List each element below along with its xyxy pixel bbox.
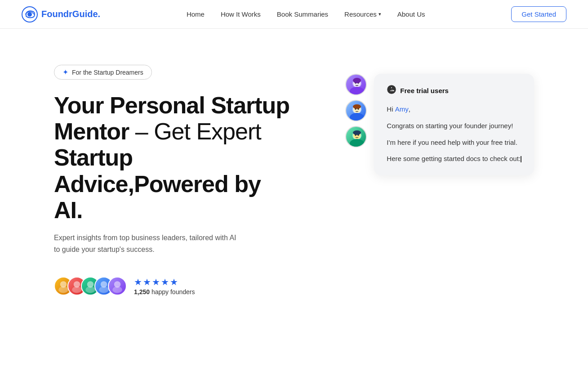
title-line1: Your Personal Startup [54,92,290,118]
chat-bubble: Free trial users Hi Amy, Congrats on sta… [374,74,534,175]
nav-item-resources[interactable]: Resources ▾ [344,10,381,18]
chat-header: Free trial users [387,85,521,97]
cursor-blink [521,156,521,162]
svg-point-25 [350,139,364,148]
proof-count: 1,250 happy founders [134,288,195,295]
svg-point-17 [353,78,361,83]
logo-text: FoundrGuide. [41,9,100,19]
openai-icon [387,85,396,97]
sparkle-icon: ✦ [62,68,68,76]
navbar: FoundrGuide. Home How It Works Book Summ… [0,0,588,29]
svg-point-3 [58,286,68,293]
chat-message-2: I'm here if you need help with your free… [387,137,521,148]
hero-title: Your Personal Startup Mentor – Get Exper… [54,92,290,223]
title-dash: – Get Expert [129,118,261,144]
svg-point-7 [85,286,95,293]
chat-body: Hi Amy, Congrats on starting your founde… [387,104,521,165]
proof-text: ★★★★★ 1,250 happy founders [134,277,195,295]
title-line2: Mentor [54,118,129,144]
title-ai: AI. [54,197,82,223]
chat-avatar-2 [345,100,367,121]
social-proof: ★★★★★ 1,250 happy founders [54,277,290,295]
svg-point-11 [112,286,122,293]
chat-username: Amy [395,105,409,113]
nav-item-how-it-works[interactable]: How It Works [221,10,261,18]
svg-point-9 [99,286,109,293]
hero-content: ✦ For the Startup Dreamers Your Personal… [54,65,290,295]
badge-text: For the Startup Dreamers [72,69,143,76]
chat-avatars [345,74,367,148]
svg-point-23 [353,104,361,109]
chat-avatar-3 [345,126,367,148]
chevron-down-icon: ▾ [379,11,381,17]
chat-greeting: Hi Amy, [387,104,521,115]
nav-item-book-summaries[interactable]: Book Summaries [277,10,328,18]
svg-point-1 [27,12,32,17]
chat-avatar-1 [345,74,367,95]
chat-widget-area: Free trial users Hi Amy, Congrats on sta… [345,74,534,175]
logo[interactable]: FoundrGuide. [22,6,100,22]
svg-point-19 [350,113,364,121]
svg-point-29 [353,130,361,135]
chat-badge-label: Free trial users [400,87,449,94]
svg-point-5 [72,286,82,293]
nav-links: Home How It Works Book Summaries Resourc… [187,10,425,18]
avatar-stack [54,277,127,295]
hero-subtitle: Expert insights from top business leader… [54,232,243,255]
get-started-button[interactable]: Get Started [511,6,566,22]
avatar-5 [108,277,127,295]
chat-message-3: Here some getting started docs to check … [387,153,521,165]
hero-badge: ✦ For the Startup Dreamers [54,65,152,80]
title-bold: Powered by [134,171,261,197]
nav-item-home[interactable]: Home [187,10,205,18]
logo-icon [22,6,38,22]
nav-item-about-us[interactable]: About Us [397,10,425,18]
hero-section: ✦ For the Startup Dreamers Your Personal… [0,29,588,322]
title-normal: Advice, [54,171,134,197]
chat-message-1: Congrats on starting your founder journe… [387,121,521,132]
star-rating: ★★★★★ [134,277,195,287]
title-line3: Startup [54,144,133,170]
svg-point-13 [350,87,364,95]
